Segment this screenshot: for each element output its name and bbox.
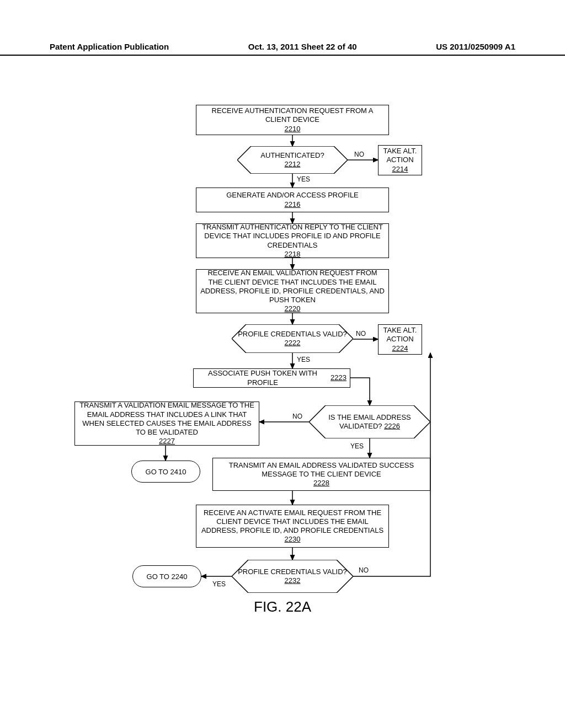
process-2210-text: RECEIVE AUTHENTICATION REQUEST FROM A CL… (200, 106, 385, 125)
decision-2226-ref: 2226 (384, 422, 400, 430)
header-center: Oct. 13, 2011 Sheet 22 of 40 (248, 42, 357, 51)
process-2224-text: TAKE ALT. ACTION (382, 326, 418, 344)
decision-2226: IS THE EMAIL ADDRESS VALIDATED? 2226 (309, 405, 430, 438)
label-2212-yes: YES (297, 175, 310, 183)
process-2228-text: TRANSMIT AN EMAIL ADDRESS VALIDATED SUCC… (216, 461, 427, 479)
process-2214-text: TAKE ALT. ACTION (382, 147, 418, 165)
decision-2222-text: PROFILE CREDENTIALS VALID? (238, 330, 347, 338)
process-2216: GENERATE AND/OR ACCESS PROFILE 2216 (196, 188, 389, 212)
process-2230: RECEIVE AN ACTIVATE EMAIL REQUEST FROM T… (196, 505, 389, 548)
label-2232-no: NO (359, 566, 369, 574)
process-2228-ref: 2228 (313, 479, 329, 488)
process-2218-ref: 2218 (285, 250, 301, 258)
process-2214: TAKE ALT. ACTION 2214 (378, 145, 422, 175)
terminal-2410-text: GO TO 2410 (146, 468, 186, 476)
decision-2212-ref: 2212 (285, 160, 301, 168)
decision-2222: PROFILE CREDENTIALS VALID? 2222 (232, 324, 353, 353)
terminal-2410: GO TO 2410 (131, 461, 200, 483)
label-2232-yes: YES (212, 580, 226, 588)
decision-2232-text: PROFILE CREDENTIALS VALID? (238, 568, 347, 576)
header-right: US 2011/0250909 A1 (436, 42, 515, 51)
process-2223: ASSOCIATE PUSH TOKEN WITH PROFILE 2223 (193, 368, 350, 388)
process-2227-ref: 2227 (159, 437, 175, 445)
decision-2212-text: AUTHENTICATED? (260, 151, 324, 159)
label-2222-yes: YES (297, 356, 310, 363)
label-2212-no: NO (354, 151, 364, 158)
process-2227: TRANSMIT A VALIDATION EMAIL MESSAGE TO T… (74, 402, 259, 446)
process-2224-ref: 2224 (392, 344, 408, 353)
process-2210-ref: 2210 (285, 125, 301, 133)
process-2230-text: RECEIVE AN ACTIVATE EMAIL REQUEST FROM T… (200, 508, 385, 536)
process-2224: TAKE ALT. ACTION 2224 (378, 324, 422, 355)
header-left: Patent Application Publication (50, 42, 169, 51)
process-2227-text: TRANSMIT A VALIDATION EMAIL MESSAGE TO T… (78, 401, 255, 437)
process-2220: RECEIVE AN EMAIL VALIDATION REQUEST FROM… (196, 269, 389, 313)
process-2220-ref: 2220 (285, 304, 301, 313)
page-header: Patent Application Publication Oct. 13, … (0, 42, 565, 56)
decision-2232: PROFILE CREDENTIALS VALID? 2232 (232, 560, 353, 593)
label-2222-no: NO (356, 330, 366, 338)
process-2216-text: GENERATE AND/OR ACCESS PROFILE (226, 191, 359, 200)
process-2223-ref: 2223 (331, 373, 347, 382)
decision-2222-ref: 2222 (285, 339, 301, 347)
flowchart: RECEIVE AUTHENTICATION REQUEST FROM A CL… (72, 105, 502, 695)
process-2223-text: ASSOCIATE PUSH TOKEN WITH PROFILE (197, 369, 328, 387)
decision-2212: AUTHENTICATED? 2212 (237, 146, 348, 174)
process-2214-ref: 2214 (392, 165, 408, 174)
process-2230-ref: 2230 (285, 535, 301, 544)
terminal-2240: GO TO 2240 (132, 565, 201, 587)
label-2226-yes: YES (350, 442, 364, 450)
process-2216-ref: 2216 (285, 200, 301, 209)
label-2226-no: NO (292, 413, 302, 420)
process-2218: TRANSMIT AUTHENTICATION REPLY TO THE CLI… (196, 223, 389, 258)
process-2228: TRANSMIT AN EMAIL ADDRESS VALIDATED SUCC… (212, 458, 430, 491)
terminal-2240-text: GO TO 2240 (147, 572, 188, 581)
process-2218-text: TRANSMIT AUTHENTICATION REPLY TO THE CLI… (200, 223, 385, 250)
figure-caption: FIG. 22A (254, 598, 311, 615)
decision-2232-ref: 2232 (285, 576, 301, 585)
process-2210: RECEIVE AUTHENTICATION REQUEST FROM A CL… (196, 105, 389, 135)
process-2220-text: RECEIVE AN EMAIL VALIDATION REQUEST FROM… (200, 269, 385, 304)
